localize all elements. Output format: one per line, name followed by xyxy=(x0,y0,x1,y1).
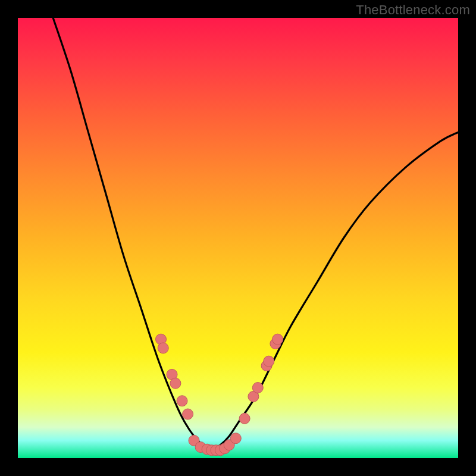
data-marker xyxy=(264,356,274,367)
data-marker xyxy=(170,378,181,389)
data-marker xyxy=(177,396,187,406)
data-marker xyxy=(230,433,241,444)
watermark-text: TheBottleneck.com xyxy=(356,2,470,18)
data-marker xyxy=(252,383,263,393)
data-marker xyxy=(239,413,250,424)
chart-svg xyxy=(18,18,458,458)
marker-group xyxy=(156,334,283,456)
data-marker xyxy=(183,409,193,419)
chart-frame: TheBottleneck.com xyxy=(0,0,476,476)
data-marker xyxy=(158,343,168,353)
plot-area xyxy=(18,18,458,458)
data-marker xyxy=(273,334,283,345)
